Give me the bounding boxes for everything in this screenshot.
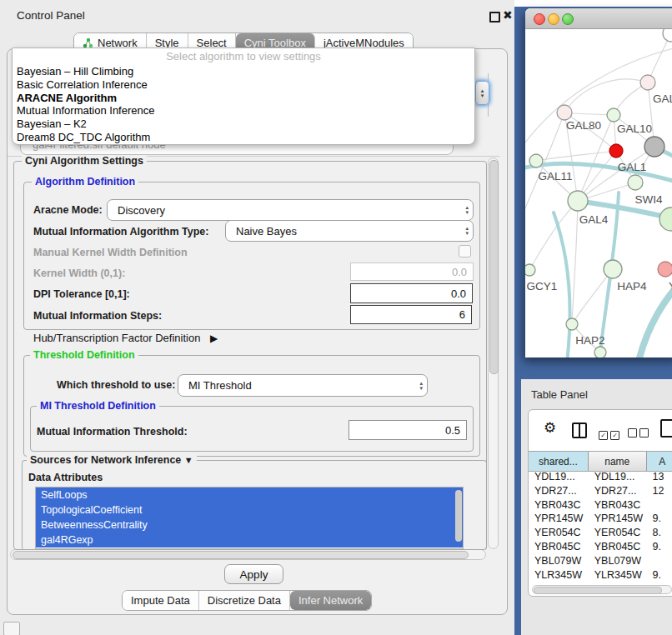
table-row[interactable]: YBR045CYBR045C9. bbox=[529, 541, 672, 555]
algorithm-option[interactable]: ARACNE Algorithm bbox=[13, 92, 474, 105]
node-table: ⚙ ✓✓ shared...nameA YDL19...YDL19...13YD… bbox=[528, 409, 672, 597]
aracne-mode-combo[interactable]: Discovery ▴▾ bbox=[107, 199, 474, 221]
hub-definition-toggle[interactable]: Hub/Transcription Factor Definition ▶ bbox=[33, 332, 218, 344]
data-attribute-item[interactable]: gal4RGexp bbox=[36, 532, 463, 548]
network-edge[interactable] bbox=[536, 151, 616, 161]
network-node-hap2[interactable] bbox=[566, 318, 578, 330]
column-header[interactable]: name bbox=[589, 452, 647, 471]
tab-infer-network[interactable]: Infer Network bbox=[290, 591, 371, 610]
data-attribute-item[interactable]: TopologicalCoefficient bbox=[36, 502, 463, 518]
close-window-icon[interactable]: ✖ bbox=[503, 8, 513, 22]
gear-icon[interactable]: ⚙ bbox=[544, 419, 556, 437]
network-node[interactable] bbox=[663, 29, 672, 42]
expanded-arrow-icon: ▼ bbox=[184, 455, 193, 465]
settings-vertical-scrollbar[interactable] bbox=[488, 158, 499, 549]
network-node-y[interactable] bbox=[658, 262, 672, 277]
network-node[interactable] bbox=[594, 347, 606, 358]
network-node-swi4[interactable] bbox=[659, 208, 672, 231]
table-cell: YLR345W bbox=[589, 569, 647, 583]
network-edge[interactable] bbox=[572, 201, 578, 324]
table-cell: 9. bbox=[647, 569, 672, 583]
data-attributes-list[interactable]: SelfLoopsTopologicalCoefficientBetweenne… bbox=[35, 487, 464, 549]
list-scrollbar-thumb[interactable] bbox=[455, 490, 462, 542]
which-threshold-value: MI Threshold bbox=[188, 379, 252, 392]
node-label: HAP2 bbox=[575, 334, 604, 347]
table-row[interactable]: YBL079WYBL079W bbox=[529, 555, 672, 569]
table-row[interactable]: YPR145WYPR145W9. bbox=[529, 512, 672, 527]
network-node-gal[interactable] bbox=[640, 75, 655, 90]
tab-discretize-data[interactable]: Discretize Data bbox=[199, 591, 290, 610]
node-label: GAL bbox=[653, 92, 672, 105]
network-node-gcy1[interactable] bbox=[525, 264, 535, 276]
algorithm-option[interactable]: Dream8 DC_TDC Algorithm bbox=[13, 131, 474, 144]
sources-group-title[interactable]: Sources for Network Inference ▼ bbox=[27, 454, 197, 466]
dpi-tolerance-field[interactable]: 0.0 bbox=[350, 283, 473, 303]
table-horizontal-scrollbar[interactable] bbox=[532, 585, 672, 594]
data-attribute-item[interactable]: BetweennessCentrality bbox=[36, 518, 463, 532]
table-row[interactable]: YDL19...YDL19...13 bbox=[529, 471, 672, 485]
network-node[interactable] bbox=[644, 137, 664, 157]
restore-window-icon[interactable] bbox=[489, 12, 500, 22]
close-traffic-light[interactable] bbox=[534, 13, 545, 25]
mi-threshold-field[interactable]: 0.5 bbox=[349, 420, 467, 440]
which-threshold-combo[interactable]: MI Threshold ▴▾ bbox=[178, 374, 428, 397]
apply-button[interactable]: Apply bbox=[224, 564, 283, 584]
table-row[interactable]: YDR27...YDR27...12 bbox=[529, 485, 672, 499]
settings-horizontal-scrollbar[interactable] bbox=[10, 549, 486, 560]
mi-type-value: Naive Bayes bbox=[236, 225, 297, 238]
mi-threshold-label: Mutual Information Threshold: bbox=[37, 426, 188, 438]
table-row[interactable]: YLR345WYLR345W9. bbox=[529, 569, 672, 583]
algorithm-option[interactable]: Bayesian – K2 bbox=[13, 118, 474, 131]
network-node-gal10[interactable] bbox=[607, 108, 620, 122]
network-graph-canvas[interactable]: GALGAL80GAL10GAL1GAL11GAL4SWI4GCY1HAP4YH… bbox=[525, 29, 672, 358]
network-window-titlebar[interactable] bbox=[525, 8, 672, 29]
network-view-window[interactable]: GALGAL80GAL10GAL1GAL11GAL4SWI4GCY1HAP4YH… bbox=[525, 8, 672, 358]
mi-threshold-group-title: MI Threshold Definition bbox=[37, 400, 159, 412]
deselect-all-icon[interactable] bbox=[628, 426, 651, 441]
network-node-hap4[interactable] bbox=[604, 260, 622, 278]
network-node-gal4[interactable] bbox=[568, 191, 588, 211]
tab-impute-data[interactable]: Impute Data bbox=[123, 591, 199, 610]
algorithm-option[interactable]: Bayesian – Hill Climbing bbox=[13, 65, 474, 78]
algorithm-option[interactable]: Basic Correlation Inference bbox=[13, 78, 474, 92]
kernel-width-field[interactable]: 0.0 bbox=[350, 262, 474, 281]
scrollbar-thumb[interactable] bbox=[489, 160, 499, 374]
minimized-panel-icon[interactable] bbox=[3, 622, 20, 635]
table-row[interactable]: YER054CYER054C8. bbox=[529, 527, 672, 541]
scrollbar-thumb[interactable] bbox=[534, 587, 662, 594]
network-node-gal80[interactable] bbox=[557, 105, 572, 120]
algorithm-combo-stepper[interactable]: ▴▾ bbox=[475, 81, 489, 105]
document-icon[interactable] bbox=[660, 419, 672, 438]
column-header[interactable]: shared... bbox=[529, 452, 589, 471]
scrollbar-thumb[interactable] bbox=[13, 551, 469, 559]
network-node-gal1[interactable] bbox=[628, 175, 643, 190]
mi-threshold-value: 0.5 bbox=[445, 424, 460, 437]
table-cell bbox=[647, 555, 672, 569]
table-cell: YIL052C bbox=[589, 582, 647, 583]
stepper-icon: ▴▾ bbox=[419, 381, 423, 391]
algorithm-option[interactable]: Mutual Information Inference bbox=[13, 104, 474, 118]
mi-type-combo[interactable]: Naive Bayes ▴▾ bbox=[225, 220, 474, 242]
table-row[interactable]: YIL052CYIL052C9 bbox=[529, 582, 672, 583]
data-attributes-label: Data Attributes bbox=[28, 472, 103, 483]
aracne-mode-value: Discovery bbox=[118, 204, 165, 217]
mi-type-label: Mutual Information Algorithm Type: bbox=[33, 226, 208, 238]
table-cell: YBR045C bbox=[529, 541, 589, 555]
select-all-icon[interactable]: ✓✓ bbox=[599, 426, 622, 441]
mi-steps-field[interactable]: 6 bbox=[350, 305, 472, 324]
window-title: Control Panel bbox=[17, 9, 85, 22]
split-columns-icon[interactable] bbox=[572, 422, 587, 438]
table-cell: YBR043C bbox=[589, 499, 647, 513]
column-header[interactable]: A bbox=[647, 452, 672, 471]
table-cell: YBL079W bbox=[529, 555, 589, 569]
table-panel-title: Table Panel bbox=[531, 388, 588, 401]
network-node-gal11[interactable] bbox=[529, 154, 543, 168]
data-attribute-item[interactable]: SelfLoops bbox=[36, 488, 463, 502]
stepper-icon: ▴▾ bbox=[465, 205, 469, 215]
minimize-traffic-light[interactable] bbox=[548, 13, 559, 25]
network-edge[interactable] bbox=[564, 79, 648, 112]
table-row[interactable]: YBR043CYBR043C bbox=[529, 499, 672, 513]
manual-kernel-checkbox[interactable] bbox=[459, 245, 471, 258]
zoom-traffic-light[interactable] bbox=[562, 13, 574, 25]
network-node[interactable] bbox=[609, 144, 623, 158]
